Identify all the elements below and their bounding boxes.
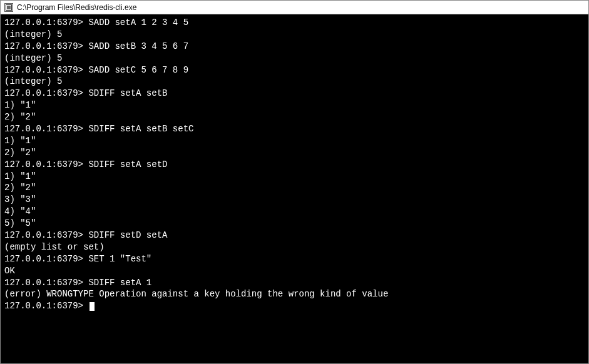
prompt: 127.0.0.1:6379> <box>4 65 88 75</box>
terminal-body[interactable]: 127.0.0.1:6379> SADD setA 1 2 3 4 5(inte… <box>1 14 588 363</box>
prompt: 127.0.0.1:6379> <box>4 124 88 134</box>
terminal-output-line: 2) "2" <box>4 147 585 159</box>
terminal-output-line: 2) "2" <box>4 182 585 194</box>
prompt: 127.0.0.1:6379> <box>4 41 88 51</box>
command-text: SDIFF setD setA <box>88 230 167 240</box>
app-icon <box>4 3 13 12</box>
terminal-command-line: 127.0.0.1:6379> <box>4 300 585 312</box>
window-title: C:\Program Files\Redis\redis-cli.exe <box>17 3 136 12</box>
terminal-output-line: 1) "1" <box>4 171 585 183</box>
command-text: SADD setB 3 4 5 6 7 <box>88 41 188 51</box>
terminal-output-line: 3) "3" <box>4 194 585 206</box>
terminal-command-line: 127.0.0.1:6379> SDIFF setA setD <box>4 159 585 171</box>
terminal-output-line: (integer) 5 <box>4 76 585 88</box>
terminal-output-line: 1) "1" <box>4 99 585 111</box>
terminal-output-line: (empty list or set) <box>4 241 585 253</box>
terminal-output-line: (error) WRONGTYPE Operation against a ke… <box>4 288 585 300</box>
title-bar[interactable]: C:\Program Files\Redis\redis-cli.exe <box>1 1 588 14</box>
prompt: 127.0.0.1:6379> <box>4 301 88 311</box>
command-text: SDIFF setA setD <box>88 159 167 169</box>
terminal-command-line: 127.0.0.1:6379> SDIFF setD setA <box>4 230 585 241</box>
terminal-output-line: 2) "2" <box>4 111 585 123</box>
terminal-command-line: 127.0.0.1:6379> SADD setA 1 2 3 4 5 <box>4 17 585 29</box>
command-text: SADD setA 1 2 3 4 5 <box>88 18 188 28</box>
prompt: 127.0.0.1:6379> <box>4 278 88 288</box>
terminal-command-line: 127.0.0.1:6379> SDIFF setA setB setC <box>4 123 585 135</box>
command-text: SDIFF setA setB setC <box>88 124 193 134</box>
terminal-command-line: 127.0.0.1:6379> SET 1 "Test" <box>4 253 585 265</box>
cursor <box>90 302 95 311</box>
prompt: 127.0.0.1:6379> <box>4 88 88 98</box>
terminal-command-line: 127.0.0.1:6379> SADD setB 3 4 5 6 7 <box>4 41 585 53</box>
terminal-output-line: 4) "4" <box>4 206 585 218</box>
terminal-output-line: 5) "5" <box>4 218 585 230</box>
terminal-command-line: 127.0.0.1:6379> SDIFF setA 1 <box>4 277 585 289</box>
prompt: 127.0.0.1:6379> <box>4 18 88 28</box>
command-text: SDIFF setA setB <box>88 88 167 98</box>
terminal-command-line: 127.0.0.1:6379> SDIFF setA setB <box>4 88 585 99</box>
prompt: 127.0.0.1:6379> <box>4 159 88 169</box>
terminal-command-line: 127.0.0.1:6379> SADD setC 5 6 7 8 9 <box>4 64 585 76</box>
terminal-output-line: (integer) 5 <box>4 29 585 41</box>
svg-rect-2 <box>7 6 11 9</box>
command-text: SET 1 "Test" <box>88 254 151 264</box>
terminal-output-line: OK <box>4 265 585 277</box>
prompt: 127.0.0.1:6379> <box>4 254 88 264</box>
command-text: SADD setC 5 6 7 8 9 <box>88 65 188 75</box>
terminal-window: C:\Program Files\Redis\redis-cli.exe 127… <box>0 0 589 364</box>
terminal-output-line: 1) "1" <box>4 135 585 147</box>
command-text: SDIFF setA 1 <box>88 278 151 288</box>
terminal-output-line: (integer) 5 <box>4 53 585 64</box>
prompt: 127.0.0.1:6379> <box>4 230 88 240</box>
